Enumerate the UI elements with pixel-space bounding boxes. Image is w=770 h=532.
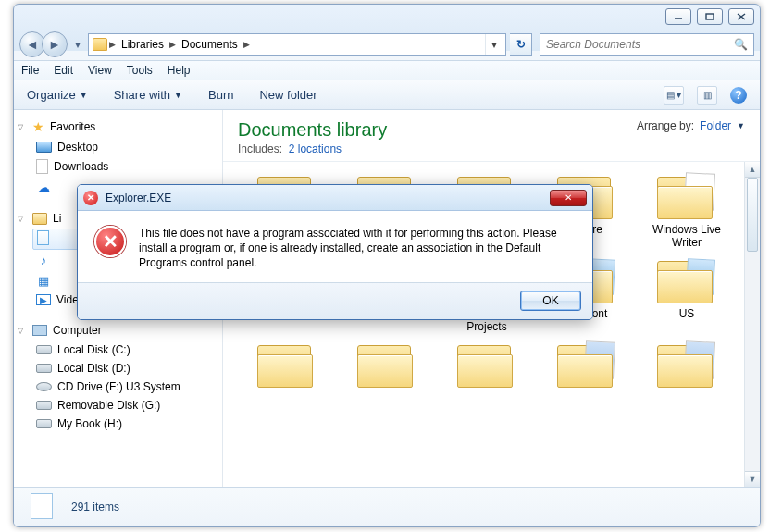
includes-link[interactable]: 2 locations (289, 142, 342, 155)
folder-item[interactable]: Windows Live Writer (640, 171, 734, 250)
chevron-down-icon: ▼ (80, 91, 88, 100)
item-count: 291 items (71, 501, 119, 513)
breadcrumb-seg[interactable]: Libraries (118, 36, 168, 53)
dialog-title: Explorer.EXE (106, 192, 171, 204)
cloud-icon: ☁ (36, 179, 51, 194)
folder-item[interactable]: US (640, 255, 734, 334)
preview-pane-button[interactable]: ▥ (697, 86, 717, 105)
drive-icon (36, 364, 52, 373)
vertical-scrollbar[interactable]: ▲ ▼ (744, 162, 760, 487)
computer-header[interactable]: ▽Computer (27, 324, 217, 337)
command-bar: Organize▼ Share with▼ Burn New folder ▤ … (14, 80, 760, 110)
dialog-close-button[interactable]: ✕ (550, 190, 587, 206)
chevron-down-icon: ▼ (737, 121, 745, 130)
newfolder-button[interactable]: New folder (259, 88, 317, 102)
menu-file[interactable]: File (21, 64, 39, 77)
file-icon (37, 230, 49, 245)
share-button[interactable]: Share with▼ (114, 88, 182, 102)
dialog-buttons: OK (78, 282, 592, 319)
dialog-body: ✕ This file does not have a program asso… (78, 211, 592, 282)
scroll-down-button[interactable]: ▼ (745, 471, 760, 487)
ok-button[interactable]: OK (520, 291, 581, 311)
library-subtitle: Includes: 2 locations (238, 142, 387, 155)
arrange-by[interactable]: Arrange by: Folder ▼ (637, 119, 745, 132)
removable-icon (36, 401, 52, 410)
menu-edit[interactable]: Edit (54, 64, 73, 77)
breadcrumb-seg[interactable]: Documents (178, 36, 242, 53)
organize-button[interactable]: Organize▼ (27, 88, 88, 102)
document-icon (36, 159, 48, 174)
address-bar[interactable]: ▶ Libraries ▶ Documents ▶ ▾ (88, 33, 506, 56)
computer-icon (32, 325, 47, 336)
library-icon (32, 213, 47, 225)
history-dropdown[interactable]: ▾ (71, 31, 84, 57)
folder-item[interactable] (640, 340, 734, 391)
folder-item[interactable] (340, 340, 434, 391)
nav-downloads[interactable]: Downloads (27, 156, 217, 177)
menu-help[interactable]: Help (168, 64, 191, 77)
chevron-right-icon[interactable]: ▶ (109, 40, 116, 49)
nav-desktop[interactable]: Desktop (27, 138, 217, 156)
error-dialog: ✕ Explorer.EXE ✕ ✕ This file does not ha… (77, 184, 593, 320)
help-button[interactable]: ? (730, 87, 747, 104)
view-options-button[interactable]: ▤ ▾ (664, 86, 684, 105)
chevron-right-icon[interactable]: ▶ (169, 40, 176, 49)
svg-rect-1 (706, 14, 714, 19)
picture-icon: ▦ (36, 273, 51, 288)
drive-icon (36, 345, 52, 354)
dialog-message: This file does not have a program associ… (139, 226, 576, 271)
music-icon: ♪ (36, 253, 51, 267)
menu-bar: File Edit View Tools Help (14, 60, 760, 80)
library-title: Documents library (238, 119, 387, 141)
nav-row: ◄ ► ▾ ▶ Libraries ▶ Documents ▶ ▾ ↻ Sear… (14, 29, 760, 60)
drive-icon (36, 419, 52, 428)
nav-drive-h[interactable]: My Book (H:) (27, 414, 217, 433)
status-icon (27, 493, 56, 521)
desktop-icon (36, 142, 52, 153)
search-icon[interactable]: 🔍 (734, 38, 748, 51)
nav-arrows: ◄ ► (19, 31, 68, 57)
star-icon: ★ (32, 119, 44, 134)
menu-tools[interactable]: Tools (127, 64, 153, 77)
dialog-titlebar[interactable]: ✕ Explorer.EXE ✕ (78, 185, 592, 211)
nav-drive-c[interactable]: Local Disk (C:) (27, 340, 217, 359)
titlebar (14, 5, 760, 29)
folder-item[interactable] (540, 340, 634, 391)
refresh-button[interactable]: ↻ (510, 33, 532, 56)
scroll-up-button[interactable]: ▲ (745, 162, 760, 178)
status-bar: 291 items (14, 488, 760, 526)
chevron-down-icon: ▼ (174, 91, 182, 100)
chevron-right-icon[interactable]: ▶ (243, 40, 250, 49)
nav-drive-d[interactable]: Local Disk (D:) (27, 359, 217, 377)
nav-drive-f[interactable]: CD Drive (F:) U3 System (27, 377, 217, 396)
search-placeholder: Search Documents (546, 38, 640, 51)
close-window-button[interactable] (728, 8, 754, 25)
search-input[interactable]: Search Documents 🔍 (540, 33, 754, 56)
content-header: Documents library Includes: 2 locations … (223, 110, 760, 162)
scroll-thumb[interactable] (747, 178, 758, 252)
cd-icon (36, 382, 52, 391)
maximize-button[interactable] (697, 8, 723, 25)
folder-item[interactable] (440, 340, 534, 391)
menu-view[interactable]: View (88, 64, 112, 77)
favorites-header[interactable]: ▽★Favorites (27, 119, 217, 134)
error-icon: ✕ (83, 191, 98, 205)
error-icon: ✕ (94, 226, 126, 257)
address-dropdown[interactable]: ▾ (485, 34, 502, 55)
folder-icon (93, 38, 107, 51)
folder-item[interactable] (240, 340, 334, 391)
nav-drive-g[interactable]: Removable Disk (G:) (27, 396, 217, 414)
video-icon: ▶ (36, 294, 51, 305)
forward-button[interactable]: ► (42, 31, 68, 57)
minimize-button[interactable] (665, 8, 691, 25)
burn-button[interactable]: Burn (208, 88, 233, 102)
